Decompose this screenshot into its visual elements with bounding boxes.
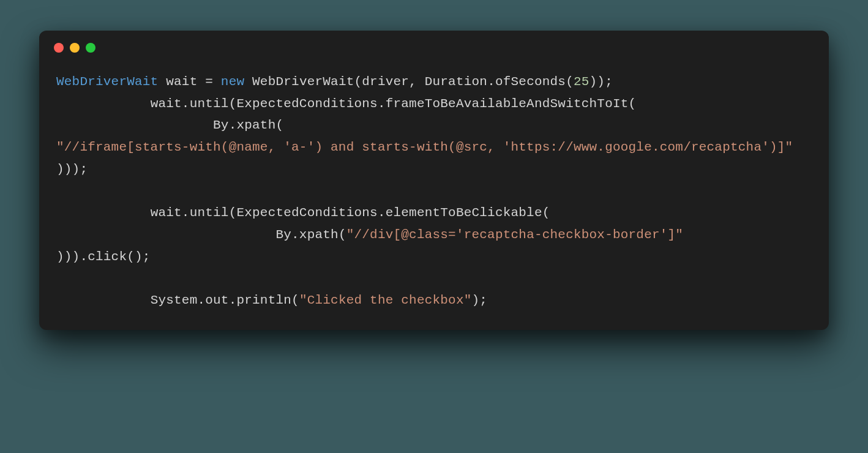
code-token-plain: ))).click(); System.out.println( — [56, 250, 299, 307]
code-token-type: WebDriverWait — [56, 75, 158, 89]
close-icon[interactable] — [54, 43, 64, 53]
maximize-icon[interactable] — [86, 43, 95, 53]
code-token-string: "//iframe[starts-with(@name, 'a-') and s… — [56, 140, 793, 154]
code-window: WebDriverWait wait = new WebDriverWait(d… — [39, 31, 829, 330]
window-titlebar — [39, 31, 829, 59]
code-token-keyword: new — [221, 75, 244, 89]
code-content: WebDriverWait wait = new WebDriverWait(d… — [39, 59, 829, 330]
code-token-plain: ); — [472, 293, 488, 307]
minimize-icon[interactable] — [70, 43, 80, 53]
code-token-plain: wait = — [158, 75, 220, 89]
code-token-number: 25 — [574, 75, 589, 89]
code-token-string: "//div[@class='recaptcha-checkbox-border… — [346, 228, 684, 242]
code-token-string: "Clicked the checkbox" — [299, 293, 472, 307]
code-token-plain: WebDriverWait(driver, Duration.ofSeconds… — [244, 75, 574, 89]
